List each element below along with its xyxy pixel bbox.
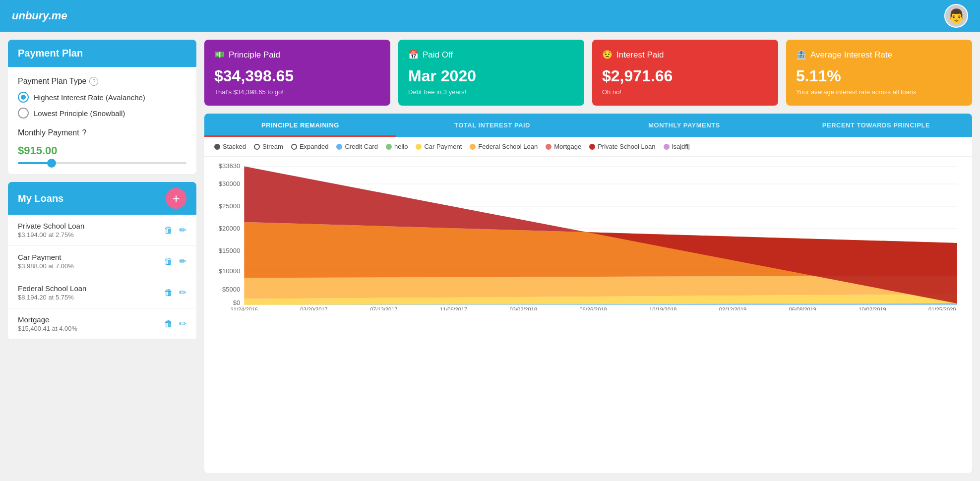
- stat-icon-1: 📅: [408, 50, 419, 60]
- delete-loan-1-button[interactable]: 🗑: [164, 256, 173, 267]
- edit-loan-0-button[interactable]: ✏: [179, 225, 186, 236]
- radio-snowball[interactable]: Lowest Principle (Snowball): [18, 108, 186, 119]
- chart-svg: $33630 $30000 $25000 $20000 $15000 $1000…: [214, 162, 962, 310]
- legend-dot-0: [214, 144, 220, 150]
- legend-item-2[interactable]: Expanded: [291, 143, 329, 150]
- svg-text:11/24/2016: 11/24/2016: [231, 306, 258, 310]
- delete-loan-0-button[interactable]: 🗑: [164, 225, 173, 236]
- stat-card-principle-paid: 💵 Principle Paid $34,398.65 That's $34,3…: [204, 40, 390, 106]
- svg-text:01/25/2020: 01/25/2020: [928, 306, 956, 310]
- stat-card-paid-off: 📅 Paid Off Mar 2020 Debt free in 3 years…: [398, 40, 584, 106]
- loan-detail-3: $15,400.41 at 4.00%: [18, 325, 77, 332]
- loans-list: Private School Loan $3,194.00 at 2.75% 🗑…: [8, 215, 196, 340]
- plan-type-radio-group: Highest Interest Rate (Avalanche) Lowest…: [18, 92, 186, 119]
- stat-title-0: Principle Paid: [229, 50, 280, 60]
- legend-item-4[interactable]: hello: [386, 143, 408, 150]
- add-loan-button[interactable]: +: [166, 188, 186, 209]
- svg-text:03/02/2018: 03/02/2018: [510, 306, 537, 310]
- legend-item-1[interactable]: Stream: [254, 143, 283, 150]
- legend-dot-4: [386, 144, 392, 150]
- svg-text:06/08/2019: 06/08/2019: [789, 306, 816, 310]
- svg-text:11/06/2017: 11/06/2017: [440, 306, 467, 310]
- chart-tab-1[interactable]: TOTAL INTEREST PAID: [396, 114, 588, 137]
- loan-item-2: Federal School Loan $8,194.20 at 5.75% 🗑…: [8, 277, 196, 308]
- loan-actions-3: 🗑 ✏: [164, 318, 186, 329]
- stat-card-avg-interest: 🏦 Average Interest Rate 5.11% Your avera…: [786, 40, 972, 106]
- loan-actions-0: 🗑 ✏: [164, 225, 186, 236]
- stat-cards: 💵 Principle Paid $34,398.65 That's $34,3…: [204, 40, 972, 106]
- loan-info-0: Private School Loan $3,194.00 at 2.75%: [18, 222, 84, 239]
- chart-tab-2[interactable]: MONTHLY PAYMENTS: [588, 114, 780, 137]
- svg-text:$25000: $25000: [219, 203, 241, 210]
- delete-loan-3-button[interactable]: 🗑: [164, 318, 173, 329]
- loan-detail-2: $8,194.20 at 5.75%: [18, 294, 86, 301]
- legend-item-6[interactable]: Federal School Loan: [470, 143, 538, 150]
- loan-name-2: Federal School Loan: [18, 284, 86, 293]
- legend-label-5: Car Payment: [424, 143, 462, 150]
- svg-text:$33630: $33630: [219, 163, 241, 170]
- legend-item-7[interactable]: Mortgage: [546, 143, 581, 150]
- radio-avalanche[interactable]: Highest Interest Rate (Avalanche): [18, 92, 186, 103]
- avatar[interactable]: 👨: [944, 4, 968, 28]
- legend-label-9: lsajdflj: [672, 143, 690, 150]
- top-nav: unbury.me 👨: [0, 0, 980, 32]
- loan-name-0: Private School Loan: [18, 222, 84, 230]
- svg-text:$0: $0: [233, 300, 241, 306]
- svg-text:06/26/2018: 06/26/2018: [579, 306, 607, 310]
- legend-label-2: Expanded: [300, 143, 329, 150]
- payment-slider-fill: [18, 162, 52, 164]
- loan-name-1: Car Payment: [18, 253, 74, 261]
- stat-icon-0: 💵: [214, 50, 225, 60]
- plan-type-help-icon[interactable]: ?: [89, 77, 98, 86]
- edit-loan-2-button[interactable]: ✏: [179, 287, 186, 298]
- loan-item-3: Mortgage $15,400.41 at 4.00% 🗑 ✏: [8, 308, 196, 340]
- delete-loan-2-button[interactable]: 🗑: [164, 287, 173, 298]
- legend-item-0[interactable]: Stacked: [214, 143, 246, 150]
- stat-value-1: Mar 2020: [408, 67, 574, 85]
- monthly-payment-help-icon[interactable]: ?: [82, 128, 87, 137]
- svg-text:02/12/2019: 02/12/2019: [719, 306, 746, 310]
- legend-dot-8: [589, 144, 595, 150]
- svg-text:$20000: $20000: [219, 225, 241, 232]
- stat-icon-title-0: 💵 Principle Paid: [214, 50, 380, 60]
- stat-title-3: Average Interest Rate: [810, 50, 892, 60]
- stat-icon-title-1: 📅 Paid Off: [408, 50, 574, 60]
- payment-slider-thumb[interactable]: [47, 159, 56, 168]
- legend-item-9[interactable]: lsajdflj: [664, 143, 690, 150]
- loan-info-1: Car Payment $3,988.00 at 7.00%: [18, 253, 74, 270]
- loan-detail-0: $3,194.00 at 2.75%: [18, 231, 84, 239]
- svg-text:03/20/2017: 03/20/2017: [300, 306, 327, 310]
- left-panel: Payment Plan Payment Plan Type ? Highest…: [8, 40, 196, 473]
- chart-tab-0[interactable]: PRINCIPLE REMAINING: [204, 114, 396, 137]
- legend-item-8[interactable]: Private School Loan: [589, 143, 655, 150]
- stat-title-1: Paid Off: [423, 50, 453, 60]
- loan-name-3: Mortgage: [18, 315, 77, 324]
- loan-info-3: Mortgage $15,400.41 at 4.00%: [18, 315, 77, 332]
- radio-avalanche-circle: [18, 92, 29, 103]
- svg-text:10/19/2018: 10/19/2018: [649, 306, 676, 310]
- stat-value-2: $2,971.66: [602, 67, 768, 85]
- payment-plan-body: Payment Plan Type ? Highest Interest Rat…: [8, 67, 196, 174]
- legend-item-5[interactable]: Car Payment: [416, 143, 462, 150]
- main-layout: Payment Plan Payment Plan Type ? Highest…: [0, 32, 980, 481]
- payment-slider-track[interactable]: [18, 162, 186, 164]
- legend-dot-3: [336, 144, 342, 150]
- loan-item-0: Private School Loan $3,194.00 at 2.75% 🗑…: [8, 215, 196, 246]
- legend-label-6: Federal School Loan: [478, 143, 538, 150]
- legend-dot-6: [470, 144, 476, 150]
- loan-info-2: Federal School Loan $8,194.20 at 5.75%: [18, 284, 86, 301]
- legend-dot-1: [254, 144, 260, 150]
- monthly-payment-label: Monthly Payment ?: [18, 128, 186, 137]
- edit-loan-3-button[interactable]: ✏: [179, 318, 186, 329]
- stat-sub-3: Your average interest rate across all lo…: [796, 88, 962, 96]
- stat-value-3: 5.11%: [796, 67, 962, 85]
- legend-item-3[interactable]: Credit Card: [336, 143, 377, 150]
- radio-snowball-circle: [18, 108, 29, 119]
- chart-container: $33630 $30000 $25000 $20000 $15000 $1000…: [204, 157, 972, 322]
- chart-tab-3[interactable]: PERCENT TOWARDS PRINCIPLE: [780, 114, 972, 137]
- stat-card-interest-paid: 😟 Interest Paid $2,971.66 Oh no!: [592, 40, 778, 106]
- svg-text:$5000: $5000: [222, 287, 240, 294]
- edit-loan-1-button[interactable]: ✏: [179, 256, 186, 267]
- svg-text:07/13/2017: 07/13/2017: [370, 306, 397, 310]
- legend-label-8: Private School Loan: [598, 143, 655, 150]
